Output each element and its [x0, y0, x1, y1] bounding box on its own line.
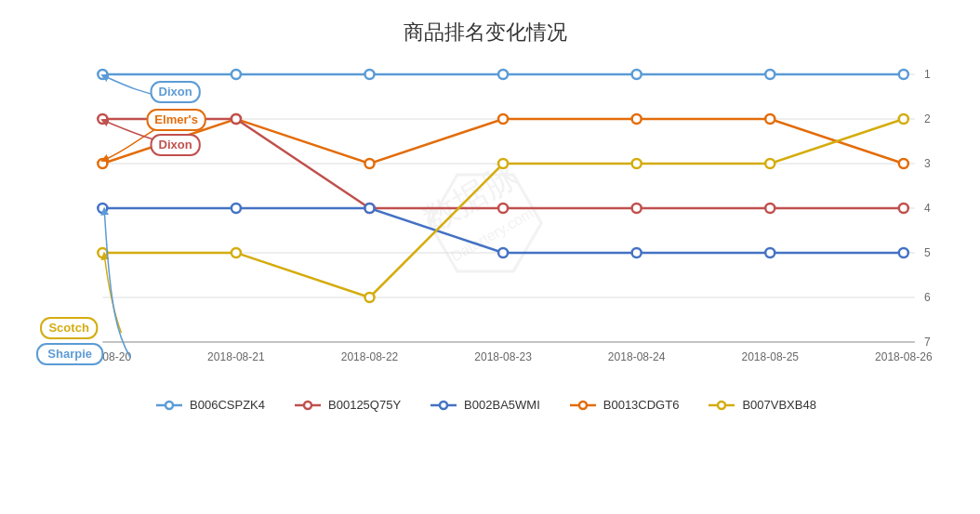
chart-container: 商品排名变化情况 .axis-text { font-size: 12px; f… — [0, 0, 980, 514]
svg-point-40 — [232, 114, 241, 124]
svg-point-52 — [899, 248, 908, 257]
svg-text:2018-08-26: 2018-08-26 — [875, 350, 933, 363]
legend-label-b00125: B00125Q75Y — [328, 398, 401, 412]
svg-text:Dixon: Dixon — [159, 138, 192, 152]
svg-point-54 — [232, 248, 241, 257]
legend-item-b00125: B00125Q75Y — [293, 398, 401, 412]
svg-text:4: 4 — [924, 202, 931, 215]
svg-point-28 — [498, 70, 508, 79]
svg-point-75 — [440, 402, 447, 409]
svg-point-35 — [498, 114, 508, 124]
svg-point-47 — [232, 204, 241, 213]
legend-label-b006: B006CSPZK4 — [190, 398, 265, 412]
svg-point-27 — [364, 70, 374, 79]
legend-item-b006: B006CSPZK4 — [154, 398, 265, 412]
svg-text:Sharpie: Sharpie — [47, 347, 92, 361]
svg-text:3: 3 — [924, 157, 931, 170]
svg-point-29 — [632, 70, 642, 79]
legend-area: B006CSPZK4 B00125Q75Y B002BA5WMI B0013CD… — [28, 398, 943, 412]
svg-point-53 — [98, 248, 107, 257]
svg-point-56 — [498, 159, 508, 168]
svg-point-57 — [632, 159, 642, 168]
svg-text:6: 6 — [924, 291, 931, 304]
svg-text:2018-08-21: 2018-08-21 — [207, 350, 265, 363]
svg-text:2: 2 — [924, 112, 931, 125]
svg-text:2018-08-23: 2018-08-23 — [474, 350, 532, 363]
svg-point-43 — [632, 204, 642, 213]
svg-point-58 — [765, 159, 775, 168]
svg-point-30 — [765, 70, 775, 79]
svg-point-34 — [364, 159, 374, 168]
svg-point-48 — [364, 204, 374, 213]
svg-text:2018-08-25: 2018-08-25 — [741, 350, 799, 363]
legend-label-b007: B007VBXB48 — [742, 398, 816, 412]
legend-item-b0013: B0013CDGT6 — [568, 398, 680, 412]
svg-point-32 — [98, 159, 107, 168]
svg-point-79 — [718, 402, 725, 409]
svg-point-26 — [232, 70, 241, 79]
svg-text:Elmer's: Elmer's — [154, 112, 198, 126]
svg-point-51 — [765, 248, 775, 257]
legend-item-b007: B007VBXB48 — [707, 398, 816, 412]
svg-point-25 — [98, 70, 107, 79]
svg-point-38 — [899, 159, 908, 168]
svg-point-55 — [364, 293, 374, 302]
svg-text:1: 1 — [924, 68, 931, 81]
svg-point-46 — [98, 204, 107, 213]
main-chart-svg: .axis-text { font-size: 12px; fill: #666… — [28, 56, 943, 390]
svg-point-73 — [304, 402, 311, 409]
svg-point-45 — [899, 204, 908, 213]
svg-text:Scotch: Scotch — [48, 321, 89, 335]
svg-point-39 — [98, 114, 107, 124]
svg-point-77 — [579, 402, 587, 409]
svg-text:7: 7 — [924, 336, 931, 349]
svg-text:2018-08-22: 2018-08-22 — [341, 350, 399, 363]
svg-point-49 — [498, 248, 508, 257]
chart-title: 商品排名变化情况 — [28, 19, 943, 46]
svg-point-37 — [765, 114, 775, 124]
svg-point-42 — [498, 204, 508, 213]
svg-text:5: 5 — [924, 246, 931, 259]
svg-point-71 — [166, 402, 173, 409]
svg-text:Dixon: Dixon — [159, 85, 192, 99]
svg-point-36 — [632, 114, 642, 124]
legend-item-b002: B002BA5WMI — [429, 398, 540, 412]
legend-label-b0013: B0013CDGT6 — [603, 398, 680, 412]
svg-text:2018-08-24: 2018-08-24 — [608, 350, 666, 363]
svg-point-50 — [632, 248, 642, 257]
chart-area: .axis-text { font-size: 12px; fill: #666… — [28, 56, 943, 390]
svg-point-31 — [899, 70, 908, 79]
svg-point-44 — [765, 204, 775, 213]
legend-label-b002: B002BA5WMI — [464, 398, 540, 412]
svg-point-59 — [899, 114, 908, 124]
